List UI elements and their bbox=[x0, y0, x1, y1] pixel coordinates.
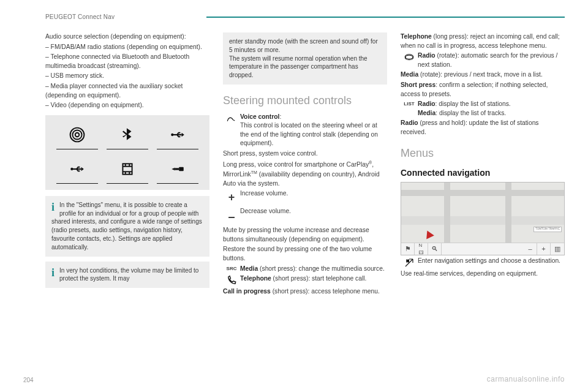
menus-heading: Menus bbox=[401, 146, 565, 162]
navigation-map: TOMTOM TRAFFIC ⚑ N⮹ 🔍︎ – + ▥ bbox=[401, 182, 565, 255]
voice-body: Voice control: This control is located o… bbox=[240, 113, 387, 148]
svg-rect-14 bbox=[179, 167, 184, 172]
voice-short-press: Short press, system voice control. bbox=[223, 149, 387, 159]
column-middle: enter standby mode (with the screen and … bbox=[223, 32, 387, 298]
minus-icon: – bbox=[223, 207, 240, 225]
radio-icon bbox=[56, 121, 98, 149]
call-in-progress: Call in progress (short press): access t… bbox=[223, 287, 387, 296]
section-heading: Steering mounted controls bbox=[223, 93, 387, 109]
svg-point-0 bbox=[75, 133, 80, 137]
intro-text: Audio source selection (depending on equ… bbox=[45, 32, 209, 42]
svg-rect-7 bbox=[123, 164, 132, 175]
jack-icon bbox=[157, 156, 198, 184]
plus-icon: + bbox=[223, 189, 240, 206]
nav-use-text: Use real-time services, depending on equ… bbox=[401, 270, 565, 279]
source-icon-panel bbox=[45, 115, 209, 190]
increase-volume-row: + Increase volume. bbox=[223, 189, 387, 206]
film-icon bbox=[107, 156, 148, 184]
voice-label: Voice control bbox=[240, 113, 279, 120]
header: PEUGEOT Connect Nav bbox=[45, 13, 565, 20]
traffic-badge: TOMTOM TRAFFIC bbox=[533, 227, 562, 232]
usb-icon bbox=[56, 156, 98, 184]
list-item: Video (depending on equipment). bbox=[45, 101, 209, 110]
note-text: In the "Settings" menu, it is possible t… bbox=[51, 202, 202, 251]
phone-row: Telephone (short press): start telephone… bbox=[223, 274, 387, 286]
zoom-in-button[interactable]: + bbox=[537, 243, 551, 255]
list-label: LIST bbox=[401, 100, 418, 107]
position-marker-icon bbox=[423, 229, 434, 239]
list-item: USB memory stick. bbox=[45, 72, 209, 81]
telephone-long: Telephone (long press): reject an incomi… bbox=[401, 32, 565, 50]
voice-control-row: Voice control: This control is located o… bbox=[223, 113, 387, 148]
view-3d-icon[interactable]: ▥ bbox=[551, 243, 564, 255]
standby-note: enter standby mode (with the screen and … bbox=[223, 32, 387, 85]
src-label: SRC bbox=[223, 265, 240, 272]
list-item: Media player connected via the auxiliary… bbox=[45, 82, 209, 100]
voice-text: This control is located on the steering … bbox=[240, 122, 378, 146]
list-row: LIST Radio: display the list of stations… bbox=[401, 100, 565, 118]
decrease-text: Decrease volume. bbox=[240, 207, 387, 216]
media-short: (short press): change the multimedia sou… bbox=[258, 265, 385, 272]
src-row: SRC Media (short press): change the mult… bbox=[223, 265, 387, 274]
restore-text: Restore the sound by pressing one of the… bbox=[223, 245, 387, 263]
watermark: carmanualsonline.info bbox=[487, 375, 565, 383]
column-right: Telephone (long press): reject an incomi… bbox=[401, 32, 565, 298]
bluetooth-icon bbox=[107, 121, 148, 149]
column-left: Audio source selection (depending on equ… bbox=[45, 32, 209, 298]
zoom-out-button[interactable]: – bbox=[524, 243, 537, 255]
svg-rect-15 bbox=[175, 168, 179, 170]
voice-icon bbox=[223, 113, 240, 124]
wheel-icon bbox=[401, 51, 418, 63]
header-rule bbox=[206, 17, 565, 18]
nav-enter-row: N Enter navigation settings and choose a… bbox=[401, 257, 565, 268]
connected-nav-heading: Connected navigation bbox=[401, 167, 565, 179]
heat-note: i In very hot conditions, the volume may… bbox=[45, 262, 209, 288]
usb-icon bbox=[157, 121, 198, 149]
compass-icon[interactable]: N⮹ bbox=[415, 243, 428, 255]
radio-rotate-row: Radio (rotate): automatic search for the… bbox=[401, 51, 565, 69]
info-icon: i bbox=[51, 200, 55, 215]
phone-short: (short press): start telephone call. bbox=[271, 275, 367, 282]
media-rotate: Media (rotate): previous / next track, m… bbox=[401, 70, 565, 80]
page-number: 204 bbox=[23, 377, 34, 383]
phone-icon bbox=[223, 274, 240, 286]
svg-text:N: N bbox=[407, 259, 409, 263]
nav-enter-text: Enter navigation settings and choose a d… bbox=[418, 257, 565, 266]
short-press-confirm: Short press: confirm a selection; if not… bbox=[401, 81, 565, 99]
note-text: In very hot conditions, the volume may b… bbox=[59, 267, 198, 282]
source-icon-grid bbox=[56, 121, 198, 184]
svg-point-1 bbox=[72, 130, 81, 140]
voice-long-press: Long press, voice control for smartphone… bbox=[223, 160, 387, 189]
increase-text: Increase volume. bbox=[240, 189, 387, 198]
mute-text: Mute by pressing the volume increase and… bbox=[223, 226, 387, 244]
media-bold: Media bbox=[240, 265, 258, 272]
decrease-volume-row: – Decrease volume. bbox=[223, 207, 387, 225]
header-title: PEUGEOT Connect Nav bbox=[45, 13, 115, 20]
settings-note: i In the "Settings" menu, it is possible… bbox=[45, 196, 209, 257]
list-item: FM/DAB/AM radio stations (depending on e… bbox=[45, 43, 209, 52]
nav-arrow-icon: N bbox=[401, 257, 418, 268]
content-columns: Audio source selection (depending on equ… bbox=[45, 32, 565, 298]
search-icon[interactable]: 🔍︎ bbox=[428, 243, 442, 255]
page: PEUGEOT Connect Nav Audio source selecti… bbox=[0, 0, 588, 392]
info-icon: i bbox=[51, 265, 55, 281]
radio-hold: Radio (press and hold): update the list … bbox=[401, 119, 565, 137]
phone-bold: Telephone bbox=[240, 275, 271, 282]
flag-icon[interactable]: ⚑ bbox=[401, 243, 415, 255]
map-toolbar: ⚑ N⮹ 🔍︎ – + ▥ bbox=[401, 243, 564, 255]
list-item: Telephone connected via Bluetooth and Bl… bbox=[45, 53, 209, 70]
